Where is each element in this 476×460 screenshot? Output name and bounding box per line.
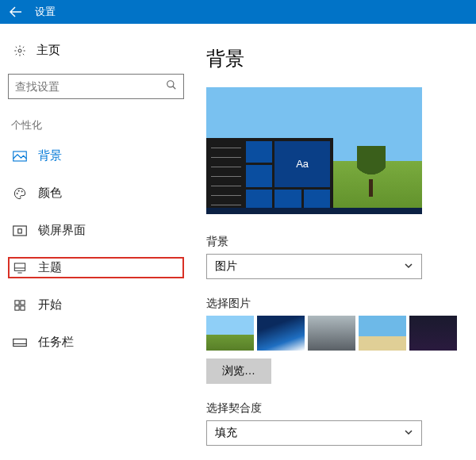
- sidebar-item-label: 锁屏界面: [38, 223, 86, 238]
- preview-taskbar: [206, 208, 422, 214]
- gear-icon: [11, 44, 29, 57]
- thumbnail[interactable]: [257, 316, 305, 351]
- picture-icon: [11, 151, 29, 162]
- svg-rect-11: [21, 300, 25, 304]
- svg-rect-9: [14, 263, 25, 270]
- sidebar-item-label: 任务栏: [38, 335, 74, 350]
- svg-rect-10: [15, 300, 19, 304]
- search-icon: [166, 79, 177, 94]
- svg-rect-14: [13, 339, 27, 346]
- background-label: 背景: [206, 235, 457, 249]
- home-label: 主页: [36, 43, 60, 58]
- taskbar-icon: [11, 338, 29, 347]
- page-title: 背景: [206, 46, 457, 71]
- preview-tree: [357, 146, 386, 182]
- sidebar-item-label: 背景: [38, 148, 62, 163]
- svg-point-4: [17, 193, 17, 194]
- browse-button[interactable]: 浏览…: [206, 358, 271, 384]
- picture-thumbnails: [206, 316, 457, 351]
- fit-label: 选择契合度: [206, 401, 457, 416]
- search-input[interactable]: [15, 80, 166, 93]
- desktop-preview: Aa: [206, 87, 422, 214]
- lock-frame-icon: [11, 225, 29, 236]
- back-button[interactable]: [0, 0, 32, 24]
- titlebar: 设置: [0, 0, 476, 24]
- background-value: 图片: [215, 259, 237, 274]
- fit-dropdown[interactable]: 填充: [206, 420, 422, 446]
- palette-icon: [11, 187, 29, 200]
- sidebar-item-lockscreen[interactable]: 锁屏界面: [8, 220, 184, 241]
- svg-line-2: [173, 86, 176, 90]
- theme-icon: [11, 262, 29, 274]
- sidebar-item-start[interactable]: 开始: [8, 294, 184, 316]
- thumbnail[interactable]: [409, 316, 457, 351]
- svg-point-0: [18, 49, 21, 52]
- home-link[interactable]: 主页: [8, 38, 184, 63]
- sidebar-item-colors[interactable]: 颜色: [8, 182, 184, 204]
- thumbnail[interactable]: [206, 316, 254, 351]
- preview-start-menu: Aa: [206, 138, 333, 214]
- sidebar-item-themes[interactable]: 主题: [8, 257, 184, 278]
- svg-rect-7: [13, 226, 27, 236]
- start-icon: [11, 300, 29, 311]
- sidebar-item-label: 开始: [38, 297, 62, 312]
- sidebar-item-taskbar[interactable]: 任务栏: [8, 332, 184, 353]
- svg-point-1: [167, 81, 174, 87]
- svg-rect-12: [15, 305, 19, 309]
- svg-rect-8: [18, 228, 22, 232]
- fit-value: 填充: [215, 426, 237, 440]
- svg-point-5: [18, 190, 19, 191]
- background-dropdown[interactable]: 图片: [206, 254, 422, 279]
- thumbnail[interactable]: [359, 316, 406, 351]
- svg-rect-13: [21, 305, 25, 309]
- sidebar: 主页 个性化 背景 颜色: [0, 24, 192, 460]
- svg-point-6: [21, 190, 22, 191]
- sidebar-item-label: 颜色: [38, 186, 62, 201]
- search-box[interactable]: [8, 74, 184, 99]
- chevron-down-icon: [404, 260, 413, 273]
- app-title: 设置: [35, 5, 56, 19]
- main-content: 背景 Aa 背景 图片 选择图片: [192, 24, 476, 460]
- preview-tile-aa: Aa: [274, 141, 330, 187]
- sidebar-item-background[interactable]: 背景: [8, 145, 184, 167]
- thumbnail[interactable]: [308, 316, 355, 351]
- choose-picture-label: 选择图片: [206, 297, 457, 311]
- nav-list: 背景 颜色 锁屏界面 主题: [8, 145, 184, 353]
- chevron-down-icon: [404, 427, 413, 439]
- sidebar-item-label: 主题: [38, 260, 62, 275]
- section-label: 个性化: [8, 118, 184, 132]
